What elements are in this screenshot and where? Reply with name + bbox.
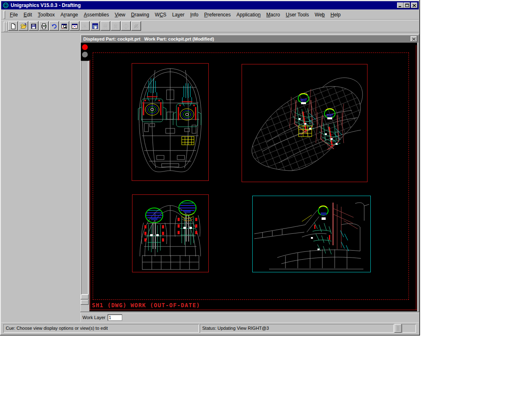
fit-view-button[interactable] (70, 21, 80, 31)
new-part-button[interactable] (8, 21, 18, 31)
graphics-window: Displayed Part: cockpit.prt Work Part: c… (80, 34, 419, 312)
menu-wcs[interactable]: WCS (152, 11, 169, 19)
work-layer-input[interactable] (108, 315, 122, 320)
menu-edit[interactable]: Edit (21, 11, 35, 19)
maximize-button[interactable] (404, 2, 410, 8)
menu-preferences[interactable]: Preferences (201, 11, 234, 19)
app-icon (2, 2, 9, 9)
interrupt-stop-disabled-icon (82, 52, 88, 57)
new-document-icon (10, 23, 16, 30)
menu-layer[interactable]: Layer (169, 11, 187, 19)
ghost-tool-1-button (100, 21, 110, 31)
sheet-edge-bottom (89, 310, 417, 310)
sheet-edge-right (416, 45, 416, 310)
cue-panel: Cue: Choose view display options or view… (3, 324, 199, 333)
view-isometric[interactable] (242, 64, 368, 182)
zoom-window-icon (61, 23, 68, 30)
save-part-button[interactable] (29, 21, 39, 31)
work-layer-bar: Work Layer (80, 313, 419, 322)
desktop: Unigraphics V15.0.3 - Drafting File Edit… (0, 0, 525, 420)
pan-hand-icon (92, 23, 98, 30)
close-button[interactable] (411, 2, 418, 8)
status-end-panel (402, 324, 416, 333)
close-icon (413, 4, 416, 7)
window-controls (397, 2, 418, 8)
save-floppy-icon (30, 23, 37, 30)
close-icon (412, 38, 415, 41)
maximize-icon (405, 4, 409, 7)
view-top-wireframe (132, 64, 208, 180)
ghost-tool-3-button (121, 21, 131, 31)
status-scroll-button (395, 324, 402, 333)
app-window: Unigraphics V15.0.3 - Drafting File Edit… (0, 0, 420, 336)
dither-glyph-icon (397, 326, 399, 331)
csys-ghost-icon (82, 23, 88, 30)
menu-application[interactable]: Application (234, 11, 264, 19)
menu-assemblies[interactable]: Assemblies (81, 11, 112, 19)
view-right-wireframe (253, 196, 370, 272)
zoom-view-button[interactable] (59, 21, 69, 31)
status-panel: Status: Updating View RIGHT@3 (200, 324, 394, 333)
view-top[interactable] (132, 63, 209, 181)
toolbar-handle-2 (6, 22, 8, 32)
graphics-canvas[interactable]: SH1 (DWG) WORK (OUT-OF-DATE) (89, 43, 417, 311)
menu-toolbox[interactable]: Toolbox (35, 11, 57, 19)
view-front-wireframe (132, 195, 208, 272)
graphics-window-close-button[interactable] (411, 36, 417, 42)
menu-web[interactable]: Web (312, 11, 327, 19)
minimize-button[interactable] (397, 2, 404, 8)
menu-arrange[interactable]: Arrange (58, 11, 81, 19)
menu-bar: File Edit Toolbox Arrange Assemblies Vie… (1, 10, 419, 19)
meter-thumb-bottom (81, 300, 89, 305)
pan-view-button[interactable] (90, 21, 100, 31)
view-right[interactable] (252, 196, 371, 272)
menu-drawing[interactable]: Drawing (128, 11, 152, 19)
menu-file[interactable]: File (7, 11, 21, 19)
status-bar: Cue: Choose view display options or view… (1, 322, 419, 334)
menu-help[interactable]: Help (328, 11, 344, 19)
minimize-icon (399, 4, 402, 7)
open-part-button[interactable] (18, 21, 28, 31)
toolbar-buttons (8, 21, 141, 31)
sheet-edge-left (90, 60, 90, 310)
progress-strip (81, 43, 89, 312)
percent-done-meter (81, 61, 88, 294)
interrupt-panel (81, 43, 89, 61)
print-button[interactable] (39, 21, 49, 31)
menu-view[interactable]: View (112, 11, 128, 19)
work-layer-label: Work Layer (82, 315, 105, 320)
ghost-tool-1-icon (102, 23, 109, 30)
menu-macro[interactable]: Macro (263, 11, 283, 19)
menubar-handle[interactable] (3, 11, 5, 19)
view-front[interactable] (132, 194, 209, 272)
main-toolbar (1, 19, 419, 32)
sheet-status-annotation: SH1 (DWG) WORK (OUT-OF-DATE) (92, 302, 200, 308)
open-folder-icon (20, 23, 27, 30)
printer-icon (41, 23, 47, 30)
fit-window-icon (71, 23, 78, 30)
meter-thumb-top (81, 294, 89, 299)
undo-arrow-icon (51, 23, 57, 30)
window-title: Unigraphics V15.0.3 - Drafting (11, 2, 81, 8)
hatch-ghost-icon (133, 23, 139, 30)
ghost-tool-2-icon (112, 23, 119, 30)
menu-user-tools[interactable]: User Tools (283, 11, 312, 19)
ghost-tool-3-icon (123, 23, 129, 30)
graphics-window-title: Displayed Part: cockpit.prt Work Part: c… (81, 35, 418, 43)
title-bar: Unigraphics V15.0.3 - Drafting (1, 1, 419, 9)
ghost-tool-2-button (111, 21, 121, 31)
shade-tool-button (131, 21, 141, 31)
undo-button[interactable] (49, 21, 59, 31)
interrupt-stop-button[interactable] (82, 44, 88, 50)
view-isometric-wireframe (242, 64, 367, 182)
menu-info[interactable]: Info (187, 11, 201, 19)
orient-view-button-disabled (80, 21, 90, 31)
